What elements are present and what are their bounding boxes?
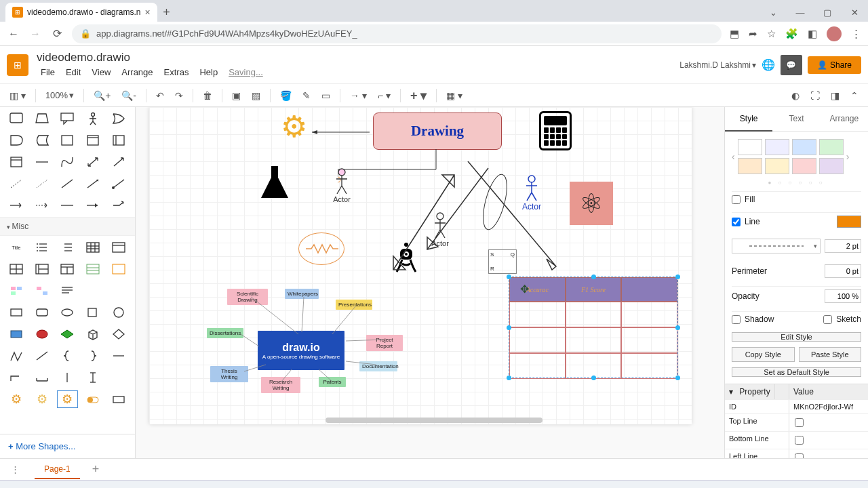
shape-bar2[interactable] — [82, 369, 104, 386]
shape-brace-l[interactable] — [57, 347, 79, 365]
selection-handle[interactable] — [591, 375, 596, 380]
menu-file[interactable]: File — [37, 66, 59, 79]
forward-icon[interactable]: → — [28, 28, 42, 40]
tab-text[interactable]: Text — [772, 107, 820, 131]
pages-menu-icon[interactable]: ⋮ — [11, 464, 20, 474]
zoom-in-icon[interactable]: 🔍+ — [90, 87, 115, 104]
copy-style-button[interactable]: Copy Style — [732, 347, 795, 362]
prop-row-id[interactable]: IDMKnO2FdjIorJ-Wf — [725, 399, 868, 413]
shape-sq2[interactable] — [82, 304, 104, 321]
shape-trapezoid[interactable] — [31, 110, 53, 127]
shape-circle[interactable] — [108, 304, 130, 321]
folder-icon[interactable]: 🗂 — [489, 486, 508, 489]
shape-lines[interactable] — [57, 282, 79, 300]
shape-numlist[interactable] — [57, 239, 79, 256]
shape-empty3[interactable] — [108, 369, 130, 386]
more-shapes-button[interactable]: More Shapes... — [0, 434, 135, 458]
line-color-swatch[interactable] — [837, 216, 861, 228]
shape-brace-r[interactable] — [82, 347, 104, 365]
shape-container[interactable] — [108, 131, 130, 149]
shape-pill[interactable] — [82, 390, 104, 408]
tab-style[interactable]: Style — [725, 107, 772, 131]
swatch-next-icon[interactable]: › — [846, 151, 850, 162]
side-panel-icon[interactable]: ◧ — [808, 28, 817, 40]
to-front-icon[interactable]: ▣ — [228, 87, 245, 104]
window-minimize-icon[interactable]: ― — [787, 3, 814, 22]
opacity-input[interactable] — [825, 289, 861, 303]
shape-gear-gold[interactable]: ⚙ — [5, 390, 27, 408]
atom-shape[interactable]: ⚛ — [570, 182, 613, 225]
shape-conn1[interactable] — [82, 175, 104, 192]
selection-handle[interactable] — [507, 375, 511, 380]
swatch-page-dots[interactable]: ● ○ ○ ○ ○ ○ — [732, 180, 861, 186]
shape-callout[interactable] — [57, 110, 79, 127]
extensions-icon[interactable]: 🧩 — [785, 28, 798, 40]
shape-grid1[interactable] — [5, 260, 27, 278]
shape-hline2[interactable] — [108, 347, 130, 365]
mindmap-node[interactable]: Dissertations — [207, 328, 243, 338]
shape-fill-blue[interactable] — [5, 325, 27, 343]
shape-actor-icon[interactable] — [82, 110, 104, 127]
undo-icon[interactable]: ↶ — [152, 87, 168, 104]
shape-table1[interactable] — [82, 239, 104, 256]
canvas[interactable]: Drawing ⚙ ⚛ Actor Actor Actor S Q R — [136, 107, 724, 458]
shape-rrect[interactable] — [31, 304, 53, 321]
shape-swimlane-h[interactable] — [31, 260, 53, 278]
line-checkbox[interactable] — [732, 218, 741, 226]
task-view-icon[interactable]: 🗂 — [309, 486, 328, 489]
install-app-icon[interactable]: ⬒ — [730, 28, 739, 40]
shape-gear-lt[interactable]: ⚙ — [31, 390, 53, 408]
selection-handle[interactable] — [675, 274, 680, 279]
page-view-button[interactable]: ▥ ▾ — [5, 87, 30, 104]
mindmap-node[interactable]: Documentation — [359, 361, 397, 371]
swatch[interactable] — [765, 158, 789, 174]
shape-list[interactable] — [5, 153, 27, 171]
swatch-prev-icon[interactable]: ‹ — [732, 151, 735, 162]
menu-arrange[interactable]: Arrange — [117, 66, 157, 79]
table-cell[interactable] — [621, 327, 677, 353]
browser-tab[interactable]: ⊞ videodemo.drawio - diagrams.n × — [5, 3, 157, 22]
line-color-icon[interactable]: ✎ — [298, 87, 315, 104]
shape-empty1[interactable] — [82, 282, 104, 300]
swatch[interactable] — [738, 158, 762, 174]
shape-dashed[interactable] — [5, 175, 27, 192]
shape-frame[interactable] — [82, 131, 104, 149]
firefox-icon[interactable]: 🦊 — [437, 486, 456, 489]
photos-icon[interactable]: 🖼 — [515, 486, 534, 489]
perimeter-input[interactable] — [825, 264, 861, 278]
redo-icon[interactable]: ↷ — [171, 87, 187, 104]
selection-handle[interactable] — [507, 325, 511, 330]
format-panel-icon[interactable]: ◨ — [827, 87, 844, 104]
top-line-checkbox[interactable] — [795, 418, 804, 427]
mindmap-node[interactable]: Scientific Drawing — [227, 289, 268, 305]
shape-rect[interactable] — [5, 304, 27, 321]
gear-shape[interactable]: ⚙ — [275, 107, 313, 145]
mindmap-node[interactable]: Whitepapers — [285, 289, 319, 299]
back-icon[interactable]: ← — [7, 28, 20, 40]
shape-diag[interactable] — [31, 347, 53, 365]
shape-gear-sel[interactable]: ⚙ — [57, 390, 79, 408]
share-button[interactable]: 👤Share — [808, 56, 861, 74]
edit-style-button[interactable]: Edit Style — [732, 332, 861, 342]
prop-row-bottom-line[interactable]: Bottom Line — [725, 431, 868, 449]
shape-manual[interactable] — [31, 369, 53, 386]
explorer-icon[interactable]: 📁 — [360, 486, 379, 489]
shape-or[interactable] — [108, 110, 130, 127]
teams-icon[interactable]: 💬 — [334, 486, 353, 489]
profile-avatar[interactable] — [827, 26, 842, 41]
insert-icon[interactable]: + ▾ — [406, 85, 431, 106]
mindmap-node[interactable]: Patents — [319, 377, 346, 387]
paste-style-button[interactable]: Paste Style — [799, 347, 862, 362]
shape-zigzag[interactable] — [5, 347, 27, 365]
shape-cube[interactable] — [82, 325, 104, 343]
document-title[interactable]: videodemo.drawio — [37, 51, 267, 64]
shape-line[interactable] — [57, 175, 79, 192]
tabs-dropdown-icon[interactable]: ⌄ — [760, 3, 787, 22]
swatch[interactable] — [819, 158, 844, 174]
shape-flow1[interactable] — [5, 282, 27, 300]
table-cell[interactable] — [621, 353, 677, 379]
table-cell[interactable] — [566, 302, 622, 327]
selection-handle[interactable] — [675, 375, 680, 380]
shape-square[interactable] — [57, 131, 79, 149]
shape-empty2[interactable] — [108, 282, 130, 300]
